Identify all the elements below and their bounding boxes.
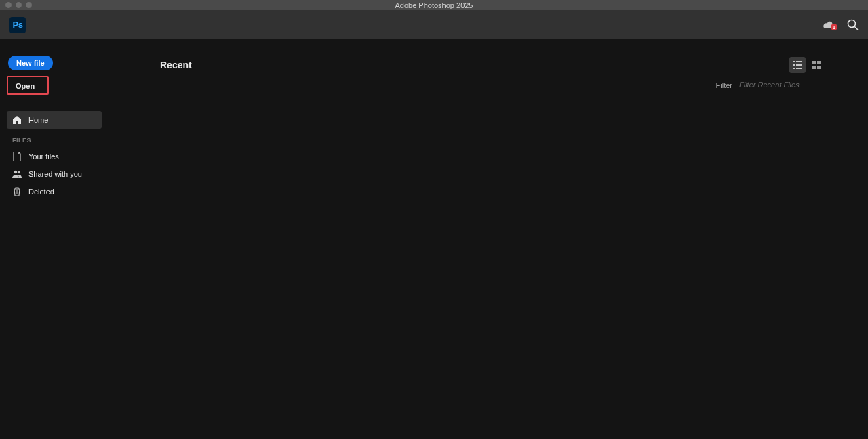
svg-rect-7 — [796, 61, 802, 62]
sidebar-item-label: Shared with you — [28, 170, 82, 178]
svg-rect-11 — [796, 68, 802, 69]
sidebar-item-label: Deleted — [28, 188, 54, 196]
traffic-lights — [5, 2, 32, 8]
svg-rect-13 — [817, 61, 821, 64]
new-file-button[interactable]: New file — [8, 56, 53, 70]
cloud-sync-icon[interactable]: 1 — [823, 20, 835, 29]
svg-point-0 — [848, 20, 856, 28]
svg-line-1 — [855, 27, 858, 30]
svg-rect-12 — [812, 61, 816, 64]
svg-rect-14 — [812, 66, 816, 69]
window-title: Adobe Photoshop 2025 — [0, 1, 868, 9]
app-topbar: Ps 1 — [0, 10, 868, 39]
window-titlebar: Adobe Photoshop 2025 — [0, 0, 868, 10]
sidebar-item-shared[interactable]: Shared with you — [7, 165, 102, 183]
open-button[interactable]: Open — [12, 81, 38, 91]
sidebar-heading-files: FILES — [7, 129, 102, 148]
file-icon — [12, 152, 22, 161]
list-view-button[interactable] — [789, 57, 806, 73]
grid-view-button[interactable] — [808, 57, 825, 73]
svg-rect-9 — [796, 64, 802, 66]
filter-label: Filter — [716, 81, 732, 89]
svg-point-2 — [14, 171, 18, 174]
people-icon — [12, 169, 22, 179]
home-icon — [12, 115, 22, 125]
content-area: Recent Filter — [108, 39, 868, 439]
svg-rect-6 — [793, 61, 795, 62]
sidebar-item-label: Home — [28, 116, 48, 124]
open-button-highlight: Open — [7, 76, 49, 95]
maximize-window-button[interactable] — [26, 2, 32, 8]
sidebar-item-deleted[interactable]: Deleted — [7, 183, 102, 201]
minimize-window-button[interactable] — [16, 2, 22, 8]
notification-badge: 1 — [831, 24, 837, 30]
filter-input[interactable] — [738, 79, 825, 91]
search-icon[interactable] — [847, 19, 859, 30]
svg-rect-10 — [793, 68, 795, 69]
trash-icon — [12, 187, 22, 196]
sidebar: New file Open Home FILES Your files Shar… — [0, 39, 108, 439]
svg-rect-15 — [817, 66, 821, 69]
sidebar-item-home[interactable]: Home — [7, 111, 102, 129]
sidebar-item-label: Your files — [28, 152, 59, 161]
close-window-button[interactable] — [5, 2, 12, 8]
photoshop-logo[interactable]: Ps — [9, 17, 26, 33]
recent-heading: Recent — [160, 60, 192, 70]
sidebar-item-your-files[interactable]: Your files — [7, 148, 102, 165]
svg-rect-8 — [793, 64, 795, 66]
svg-point-3 — [18, 171, 20, 174]
